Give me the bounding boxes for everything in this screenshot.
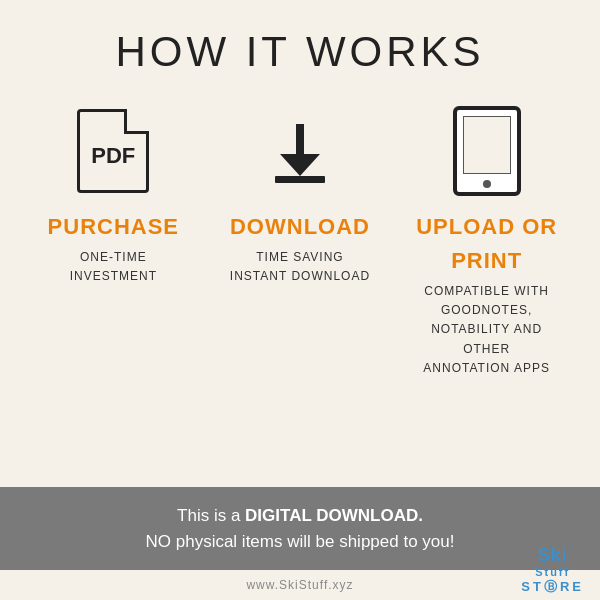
upload-label-line1: UPLOAD or bbox=[416, 214, 557, 240]
logo-ski: Ski bbox=[538, 545, 568, 566]
download-icon-area bbox=[265, 96, 335, 206]
pdf-icon: PDF bbox=[77, 109, 149, 193]
columns-section: PDF PURCHASE ONE-TIMEINVESTMENT DOWNLOAD… bbox=[0, 86, 600, 487]
page-title: HOW IT WORKS bbox=[115, 28, 484, 76]
download-label: DOWNLOAD bbox=[230, 214, 370, 240]
download-column: DOWNLOAD TIME SAVINGINSTANT DOWNLOAD bbox=[208, 96, 393, 286]
pdf-label: PDF bbox=[91, 143, 135, 169]
banner-line1-prefix: This is a bbox=[177, 506, 245, 525]
main-container: HOW IT WORKS PDF PURCHASE ONE-TIMEINVEST… bbox=[0, 0, 600, 600]
banner-text: This is a DIGITAL DOWNLOAD. NO physical … bbox=[30, 503, 570, 554]
tablet-icon bbox=[453, 106, 521, 196]
banner-line2: NO physical items will be shipped to you… bbox=[146, 532, 455, 551]
upload-icon-area bbox=[453, 96, 521, 206]
footer: www.SkiStuff.xyz bbox=[0, 570, 600, 600]
upload-label-block: UPLOAD or PRINT bbox=[416, 206, 557, 274]
upload-label-line2: PRINT bbox=[451, 248, 522, 274]
download-description: TIME SAVINGINSTANT DOWNLOAD bbox=[230, 248, 370, 286]
svg-marker-1 bbox=[280, 154, 320, 176]
tablet-screen bbox=[463, 116, 511, 174]
svg-rect-0 bbox=[296, 124, 304, 154]
download-icon bbox=[265, 116, 335, 186]
website-url: www.SkiStuff.xyz bbox=[20, 578, 580, 592]
purchase-column: PDF PURCHASE ONE-TIMEINVESTMENT bbox=[21, 96, 206, 286]
upload-column: UPLOAD or PRINT COMPATIBLE WITHGOODNOTES… bbox=[394, 96, 579, 378]
banner-bold: DIGITAL DOWNLOAD. bbox=[245, 506, 423, 525]
tablet-home-button bbox=[483, 180, 491, 188]
purchase-label: PURCHASE bbox=[48, 214, 179, 240]
logo-store: STⒷRE bbox=[521, 578, 584, 596]
svg-rect-2 bbox=[275, 176, 325, 183]
digital-download-banner: This is a DIGITAL DOWNLOAD. NO physical … bbox=[0, 487, 600, 570]
upload-description: COMPATIBLE WITHGOODNOTES,NOTABILITY ANDO… bbox=[423, 282, 550, 378]
purchase-icon-area: PDF bbox=[77, 96, 149, 206]
purchase-description: ONE-TIMEINVESTMENT bbox=[70, 248, 157, 286]
logo-stuff: Stuff bbox=[535, 566, 570, 578]
ski-stuff-logo: Ski Stuff STⒷRE bbox=[521, 545, 584, 596]
